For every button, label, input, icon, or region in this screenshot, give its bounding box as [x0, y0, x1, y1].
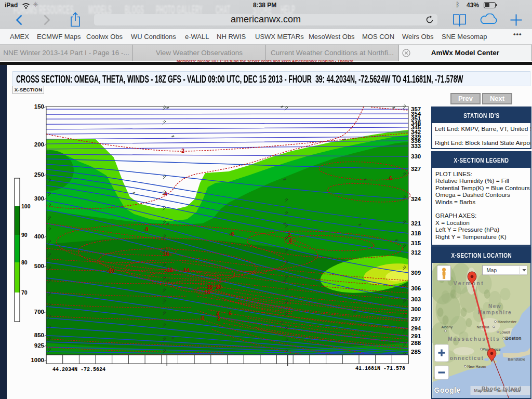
svg-text:Massachusetts: Massachusetts [448, 336, 500, 342]
svg-text:925: 925 [34, 342, 45, 349]
svg-text:80: 80 [21, 259, 28, 265]
svg-text:300: 300 [411, 306, 421, 312]
svg-text:315: 315 [411, 240, 421, 246]
svg-text:250: 250 [34, 171, 44, 178]
svg-text:150: 150 [34, 103, 44, 110]
svg-text:41.1681N -71.578: 41.1681N -71.578 [355, 366, 405, 371]
svg-text:Lowell: Lowell [500, 330, 510, 334]
svg-text:Albany: Albany [442, 325, 453, 329]
svg-text:0: 0 [201, 315, 204, 321]
svg-text:300: 300 [34, 195, 44, 202]
svg-text:Barnstable: Barnstable [508, 357, 526, 361]
svg-text:Boston: Boston [506, 336, 522, 341]
svg-text:16: 16 [163, 251, 169, 257]
svg-text:200: 200 [34, 141, 44, 148]
svg-text:400: 400 [34, 233, 44, 240]
svg-text:-12: -12 [165, 267, 173, 273]
svg-text:20: 20 [216, 284, 222, 290]
svg-text:297: 297 [411, 316, 421, 322]
svg-text:312: 312 [411, 249, 421, 256]
svg-text:294: 294 [411, 325, 421, 331]
svg-text:306: 306 [411, 285, 421, 291]
svg-text:2: 2 [181, 148, 184, 154]
svg-text:70: 70 [21, 289, 28, 296]
svg-text:327: 327 [411, 166, 421, 172]
svg-text:303: 303 [411, 296, 421, 302]
svg-text:New: New [488, 303, 501, 309]
svg-text:291: 291 [411, 333, 421, 339]
svg-text:-6: -6 [388, 176, 392, 181]
svg-text:500: 500 [34, 263, 44, 269]
svg-text:Manchester: Manchester [498, 320, 517, 324]
svg-text:700: 700 [34, 309, 44, 315]
svg-text:4: 4 [289, 238, 292, 244]
svg-text:324: 324 [411, 196, 421, 202]
svg-text:-14: -14 [182, 268, 190, 273]
svg-text:Map: Map [487, 268, 497, 273]
svg-text:90: 90 [21, 232, 28, 238]
svg-text:Rhode Island: Rhode Island [482, 386, 522, 392]
svg-text:2: 2 [288, 232, 291, 238]
svg-text:2: 2 [217, 316, 220, 322]
svg-text:Hampshire: Hampshire [478, 310, 512, 315]
svg-text:321: 321 [411, 220, 421, 227]
svg-text:44.2034N -72.5624: 44.2034N -72.5624 [52, 367, 105, 373]
svg-text:Vermont: Vermont [454, 280, 485, 286]
svg-text:288: 288 [411, 340, 421, 346]
svg-text:1000: 1000 [31, 357, 44, 363]
svg-text:onnecticut: onnecticut [450, 355, 484, 361]
svg-text:318: 318 [411, 230, 421, 236]
svg-text:285: 285 [411, 349, 421, 355]
svg-text:-6: -6 [230, 231, 234, 237]
svg-text:16: 16 [204, 289, 210, 295]
svg-text:New Haven: New Haven [468, 365, 486, 368]
svg-text:333: 333 [411, 143, 421, 149]
svg-text:100: 100 [21, 203, 31, 209]
svg-text:309: 309 [411, 270, 421, 276]
svg-text:-10: -10 [107, 268, 115, 274]
svg-text:330: 330 [411, 153, 421, 159]
svg-text:-8: -8 [144, 227, 149, 232]
svg-text:Google: Google [434, 386, 461, 394]
svg-text:850: 850 [34, 332, 44, 338]
svg-text:6: 6 [229, 311, 232, 316]
